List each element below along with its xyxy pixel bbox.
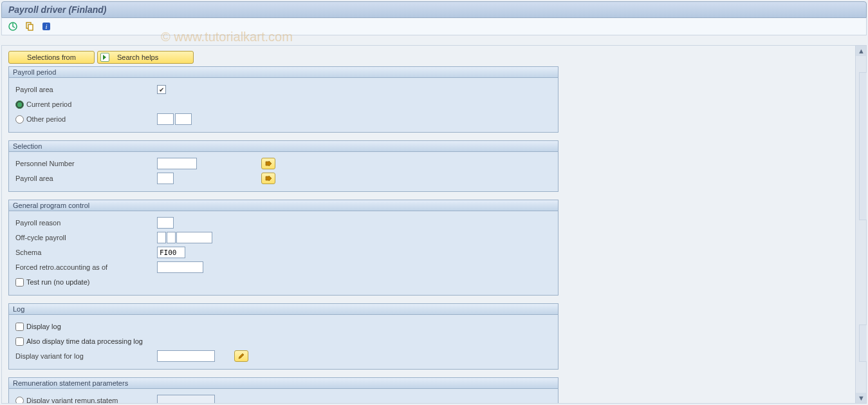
payroll-area-more-button[interactable] bbox=[261, 173, 275, 184]
payroll-area-sel-field[interactable] bbox=[157, 173, 174, 184]
display-variant-remun-row[interactable]: Display variant remun.statem bbox=[15, 397, 157, 404]
display-variant-remun-field bbox=[157, 395, 215, 404]
also-display-time-row[interactable]: Also display time data processing log bbox=[15, 337, 143, 346]
arrow-right-icon bbox=[100, 53, 109, 62]
off-cycle-field-2[interactable] bbox=[167, 232, 176, 243]
page-title-bar: Payroll driver (Finland) bbox=[1, 1, 867, 18]
forced-retro-field[interactable] bbox=[157, 261, 203, 273]
svg-rect-2 bbox=[28, 24, 33, 30]
payroll-area-label: Payroll area bbox=[15, 86, 157, 93]
arrow-right-icon bbox=[264, 175, 272, 182]
variants-icon[interactable] bbox=[24, 21, 35, 32]
group-title: Remuneration statement parameters bbox=[9, 378, 558, 389]
group-title: Payroll period bbox=[9, 67, 558, 78]
right-edge-grip-top bbox=[859, 72, 867, 220]
info-icon[interactable]: i bbox=[41, 21, 52, 32]
group-title: Log bbox=[9, 304, 558, 315]
scroll-down-icon[interactable]: ▼ bbox=[856, 393, 867, 403]
schema-label: Schema bbox=[15, 249, 157, 256]
top-button-row: Selections from Search helps bbox=[8, 51, 860, 64]
other-period-label: Other period bbox=[26, 115, 66, 123]
selections-from-label: Selections from bbox=[19, 53, 84, 61]
display-log-row[interactable]: Display log bbox=[15, 323, 61, 331]
payroll-reason-field[interactable] bbox=[157, 217, 174, 229]
forced-retro-label: Forced retro.accounting as of bbox=[15, 263, 157, 271]
personnel-number-field[interactable] bbox=[157, 158, 197, 169]
payroll-area-sel-label: Payroll area bbox=[15, 174, 157, 182]
other-period-field-2[interactable] bbox=[175, 113, 192, 125]
off-cycle-label: Off-cycle payroll bbox=[15, 234, 157, 241]
other-period-radio[interactable] bbox=[15, 115, 24, 124]
display-variant-remun-label: Display variant remun.statem bbox=[26, 397, 118, 404]
payroll-reason-label: Payroll reason bbox=[15, 219, 157, 227]
payroll-area-check-icon[interactable]: ✔ bbox=[157, 85, 166, 94]
scroll-up-icon[interactable]: ▲ bbox=[856, 46, 867, 56]
also-display-time-label: Also display time data processing log bbox=[26, 337, 143, 345]
other-period-radio-row[interactable]: Other period bbox=[15, 115, 157, 124]
group-remuneration: Remuneration statement parameters Displa… bbox=[8, 377, 559, 404]
personnel-number-label: Personnel Number bbox=[15, 160, 157, 167]
personnel-number-more-button[interactable] bbox=[261, 158, 275, 169]
group-title: Selection bbox=[9, 141, 558, 152]
search-helps-label: Search helps bbox=[113, 53, 162, 61]
search-helps-button[interactable]: Search helps bbox=[97, 51, 194, 64]
group-selection: Selection Personnel Number Payroll area bbox=[8, 140, 559, 192]
off-cycle-field-3[interactable] bbox=[176, 232, 212, 243]
pencil-icon bbox=[237, 352, 245, 360]
current-period-label: Current period bbox=[26, 100, 71, 108]
also-display-time-checkbox[interactable] bbox=[15, 337, 24, 346]
content-area: Selections from Search helps Payroll per… bbox=[1, 45, 867, 404]
off-cycle-field-1[interactable] bbox=[157, 232, 166, 243]
current-period-radio[interactable] bbox=[15, 100, 24, 109]
schema-field[interactable] bbox=[157, 247, 185, 258]
group-general-program-control: General program control Payroll reason O… bbox=[8, 200, 559, 296]
group-payroll-period: Payroll period Payroll area ✔ Current pe… bbox=[8, 66, 559, 133]
display-log-checkbox[interactable] bbox=[15, 323, 24, 331]
display-variant-remun-radio[interactable] bbox=[15, 397, 24, 404]
display-variant-log-label: Display variant for log bbox=[15, 352, 157, 360]
arrow-right-icon bbox=[264, 160, 272, 167]
svg-text:i: i bbox=[45, 23, 47, 30]
page-title: Payroll driver (Finland) bbox=[8, 5, 860, 15]
group-log: Log Display log Also display time data p… bbox=[8, 303, 559, 370]
display-variant-log-edit-button[interactable] bbox=[234, 350, 248, 362]
execute-icon[interactable] bbox=[7, 21, 19, 32]
display-variant-log-field[interactable] bbox=[157, 350, 215, 362]
current-period-radio-row[interactable]: Current period bbox=[15, 100, 157, 109]
display-log-label: Display log bbox=[26, 323, 61, 330]
other-period-field-1[interactable] bbox=[157, 113, 174, 125]
right-edge-grip-bottom bbox=[859, 325, 867, 362]
selections-from-button[interactable]: Selections from bbox=[8, 51, 95, 64]
test-run-row[interactable]: Test run (no update) bbox=[15, 278, 89, 287]
test-run-label: Test run (no update) bbox=[26, 278, 89, 286]
main-toolbar: i bbox=[1, 18, 867, 35]
group-title: General program control bbox=[9, 200, 558, 211]
test-run-checkbox[interactable] bbox=[15, 278, 24, 287]
